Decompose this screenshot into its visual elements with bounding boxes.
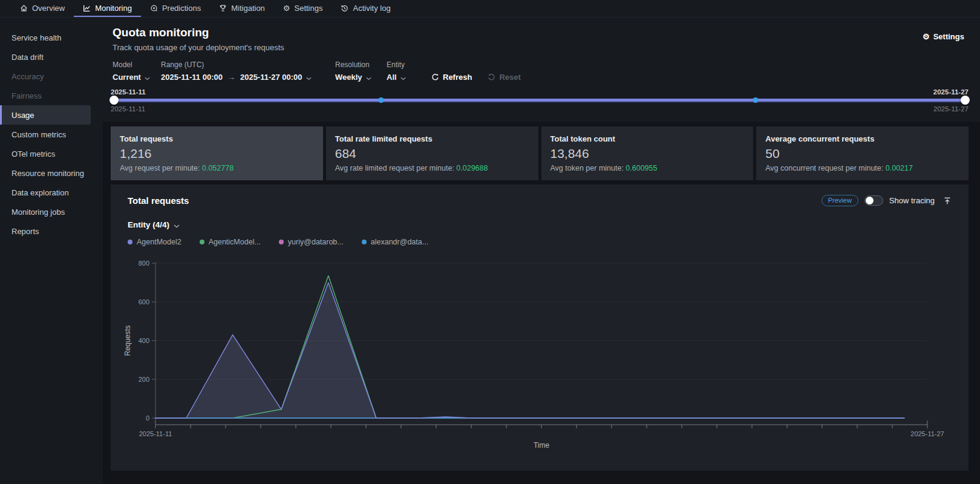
legend-item-alexandr-data[interactable]: alexandr@data... — [362, 238, 428, 246]
stat-card-title: Total token count — [550, 134, 745, 143]
resolution-filter[interactable]: Resolution Weekly — [335, 60, 387, 82]
sidebar-item-otel-metrics[interactable]: OTel metrics — [0, 144, 91, 163]
sidebar-item-monitoring-jobs[interactable]: Monitoring jobs — [0, 202, 91, 221]
stat-card-total-requests[interactable]: Total requests1,216Avg request per minut… — [111, 126, 323, 180]
slider-handle-end[interactable] — [961, 96, 970, 105]
refresh-button[interactable]: Refresh — [431, 73, 472, 82]
topnav-monitoring[interactable]: Monitoring — [74, 0, 141, 17]
svg-text:2025-11-11: 2025-11-11 — [139, 430, 172, 437]
topnav-label: Settings — [295, 4, 323, 13]
legend-dot — [279, 240, 284, 244]
stat-card-subtext: Avg concurrent request per minute: 0.002… — [765, 164, 959, 172]
history-icon — [341, 4, 348, 12]
date-range-filter-label: Range (UTC) — [161, 60, 335, 69]
topnav-mitigation[interactable]: Mitigation — [210, 0, 274, 17]
requests-chart: 02004006008002025-11-112025-11-27TimeReq… — [123, 257, 952, 452]
topnav-overview[interactable]: Overview — [11, 0, 74, 17]
sidebar-navigation: Service healthData driftAccuracyFairness… — [0, 28, 103, 241]
chevron-down-icon — [366, 73, 371, 82]
date-range-filter[interactable]: Range (UTC) 2025-11-11 00:00 → 2025-11-2… — [161, 60, 335, 82]
sidebar-item-data-exploration[interactable]: Data exploration — [0, 183, 91, 202]
legend-label: alexandr@data... — [371, 238, 428, 246]
legend-label: yuriy@datarob... — [288, 238, 344, 246]
model-filter[interactable]: Model Current — [113, 60, 161, 82]
entity-selector[interactable]: Entity (4/4) — [128, 220, 180, 230]
stat-card-subvalue: 0.00217 — [886, 164, 913, 172]
legend-item-agentmodel2[interactable]: AgentModel2 — [128, 238, 181, 246]
predictions-icon — [150, 4, 158, 12]
home-icon — [20, 4, 28, 12]
stat-card-subtext: Avg rate limited request per minute: 0.0… — [335, 164, 529, 172]
sidebar-item-resource-monitoring[interactable]: Resource monitoring — [0, 163, 91, 183]
stat-cards-row: Total requests1,216Avg request per minut… — [111, 126, 969, 180]
model-filter-label: Model — [113, 60, 161, 69]
chevron-down-icon — [306, 73, 312, 82]
date-range-slider: 2025-11-11 2025-11-27 2025-11-11 2025-11… — [111, 88, 969, 114]
stat-card-average-concurrent-requests[interactable]: Average concurrent requests50Avg concurr… — [756, 126, 969, 180]
main-content: Quota monitoring Track quota usage of yo… — [103, 18, 980, 484]
sidebar: Service healthData driftAccuracyFairness… — [0, 18, 103, 484]
slider-track[interactable] — [111, 99, 969, 102]
chevron-down-icon — [174, 221, 180, 230]
show-tracing-label: Show tracing — [889, 196, 935, 205]
stat-card-value: 684 — [335, 146, 529, 161]
stat-card-value: 50 — [765, 146, 959, 161]
sidebar-item-accuracy[interactable]: Accuracy — [0, 67, 91, 86]
sidebar-item-fairness[interactable]: Fairness — [0, 86, 91, 105]
legend-item-agenticmodel[interactable]: AgenticModel... — [200, 238, 261, 246]
sidebar-item-usage[interactable]: Usage — [0, 105, 91, 125]
svg-text:600: 600 — [139, 298, 149, 306]
range-end-value: 2025-11-27 00:00 — [240, 73, 302, 82]
settings-button[interactable]: ⚙ Settings — [923, 32, 964, 41]
legend-item-yuriy-datarob[interactable]: yuriy@datarob... — [279, 238, 344, 246]
trophy-icon — [219, 4, 227, 12]
stat-card-value: 13,846 — [550, 146, 745, 161]
slider-marker — [753, 97, 759, 103]
preview-badge: Preview — [822, 195, 858, 206]
export-icon[interactable] — [943, 197, 952, 205]
sidebar-item-service-health[interactable]: Service health — [0, 28, 91, 47]
reset-icon — [488, 73, 495, 81]
legend-label: AgentModel2 — [137, 238, 181, 246]
gear-icon: ⚙ — [923, 33, 930, 41]
sidebar-item-custom-metrics[interactable]: Custom metrics — [0, 125, 91, 144]
stat-card-subvalue: 0.052778 — [202, 164, 234, 172]
topnav-label: Monitoring — [95, 4, 132, 13]
topnav-predictions[interactable]: Predictions — [141, 0, 210, 17]
refresh-icon — [431, 73, 439, 81]
show-tracing-toggle[interactable] — [864, 195, 883, 206]
sidebar-item-data-drift[interactable]: Data drift — [0, 47, 91, 67]
chart-controls: Preview Show tracing — [822, 195, 952, 206]
monitoring-icon — [83, 4, 91, 12]
chart-legend: AgentModel2AgenticModel...yuriy@datarob.… — [128, 238, 952, 246]
topnav-settings[interactable]: ⚙Settings — [274, 0, 332, 17]
entity-filter[interactable]: Entity All — [387, 60, 431, 82]
filter-bar: Model Current Range (UTC) 2025-11-11 00:… — [113, 60, 980, 82]
chevron-down-icon — [145, 73, 150, 82]
svg-text:Time: Time — [534, 441, 550, 450]
topnav-activity-log[interactable]: Activity log — [332, 0, 399, 17]
topnav-label: Activity log — [353, 4, 390, 13]
chart-panel: Total requests Preview Show tracing Enti… — [111, 185, 969, 471]
legend-label: AgenticModel... — [209, 238, 261, 246]
slider-start-sublabel: 2025-11-11 — [111, 105, 145, 114]
top-navigation: OverviewMonitoringPredictionsMitigation⚙… — [11, 0, 400, 17]
svg-text:800: 800 — [139, 260, 149, 267]
svg-text:400: 400 — [139, 337, 149, 344]
slider-marker — [378, 97, 384, 103]
stat-card-title: Average concurrent requests — [765, 134, 959, 143]
stat-card-subtext: Avg request per minute: 0.052778 — [120, 164, 314, 172]
reset-button[interactable]: Reset — [488, 73, 520, 82]
arrow-right-icon: → — [226, 73, 237, 82]
legend-dot — [200, 240, 204, 244]
slider-handle-start[interactable] — [109, 96, 119, 105]
chevron-down-icon — [400, 73, 406, 82]
stat-card-subvalue: 0.600955 — [626, 164, 657, 172]
stat-card-subvalue: 0.029688 — [456, 164, 488, 172]
page-title: Quota monitoring — [113, 26, 980, 39]
svg-text:Requests: Requests — [123, 325, 132, 356]
stat-card-total-token-count[interactable]: Total token count13,846Avg token per min… — [541, 126, 754, 180]
sidebar-item-reports[interactable]: Reports — [0, 221, 91, 241]
topnav-label: Overview — [32, 4, 65, 13]
stat-card-total-rate-limited-requests[interactable]: Total rate limited requests684Avg rate l… — [326, 126, 538, 180]
